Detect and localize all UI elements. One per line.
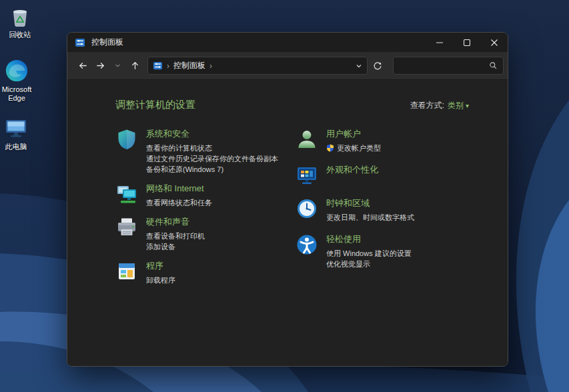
category-title[interactable]: 用户帐户 [326, 129, 381, 139]
desktop: 回收站 Microsoft Edge [0, 0, 569, 392]
category-title[interactable]: 外观和个性化 [326, 165, 378, 175]
search-box [393, 57, 504, 75]
microsoft-edge-desktop-icon[interactable]: Microsoft Edge [0, 59, 38, 103]
category-task-link[interactable]: 查看设备和打印机 [146, 231, 205, 241]
up-button[interactable] [126, 57, 143, 75]
forward-button[interactable] [91, 57, 109, 75]
this-pc-desktop-icon[interactable]: 此电脑 [0, 116, 37, 151]
category-task-link[interactable]: 查看网络状态和任务 [146, 197, 212, 208]
network-icon[interactable] [115, 183, 138, 205]
category-task-link[interactable]: 查看你的计算机状态 [146, 143, 278, 153]
control-panel-window: 控制面板 [67, 32, 508, 367]
category-task-link[interactable]: 更改帐户类型 [326, 143, 381, 153]
recycle-bin-desktop-icon[interactable]: 回收站 [0, 4, 41, 39]
view-by-label: 查看方式: [410, 100, 444, 111]
clock-region-icon[interactable] [296, 197, 318, 220]
close-button[interactable] [480, 33, 508, 52]
address-bar[interactable]: › 控制面板 › [147, 57, 368, 75]
category-programs: 程序 卸载程序 [115, 260, 296, 285]
caption-buttons [426, 33, 508, 52]
category-task-link[interactable]: 优化视觉显示 [326, 259, 412, 269]
category-network-internet: 网络和 Internet 查看网络状态和任务 [115, 183, 296, 208]
category-task-link[interactable]: 备份和还原(Windows 7) [146, 164, 278, 175]
left-column: 系统和安全 查看你的计算机状态 通过文件历史记录保存你的文件备份副本 备份和还原… [115, 128, 296, 293]
window-title: 控制面板 [91, 37, 123, 48]
category-task-link[interactable]: 通过文件历史记录保存你的文件备份副本 [146, 153, 278, 164]
printer-icon[interactable] [115, 216, 138, 239]
recycle-bin-icon [8, 4, 32, 28]
recent-locations-chevron[interactable] [109, 57, 126, 75]
desktop-icon-label: 回收站 [9, 31, 31, 39]
chevron-down-icon: ▾ [466, 102, 469, 109]
breadcrumb-separator: › [167, 61, 169, 71]
category-task-link[interactable]: 使用 Windows 建议的设置 [326, 248, 412, 259]
category-clock-region: 时钟和区域 更改日期、时间或数字格式 [296, 197, 470, 223]
navigation-bar: › 控制面板 › [67, 52, 508, 80]
this-pc-icon [4, 116, 28, 140]
minimize-button[interactable] [426, 33, 453, 52]
category-task-link[interactable]: 卸载程序 [146, 275, 175, 285]
category-ease-of-access: 轻松使用 使用 Windows 建议的设置 优化视觉显示 [296, 233, 470, 269]
desktop-icon-label: 此电脑 [5, 143, 27, 151]
refresh-button[interactable] [368, 57, 388, 75]
category-appearance-personalization: 外观和个性化 [296, 164, 470, 187]
category-title[interactable]: 网络和 Internet [146, 183, 212, 194]
search-input[interactable] [399, 61, 489, 71]
category-system-security: 系统和安全 查看你的计算机状态 通过文件历史记录保存你的文件备份副本 备份和还原… [115, 128, 296, 175]
titlebar[interactable]: 控制面板 [67, 33, 508, 52]
category-hardware-sound: 硬件和声音 查看设备和打印机 添加设备 [115, 216, 296, 252]
personalization-icon[interactable] [296, 164, 318, 187]
security-shield-icon[interactable] [115, 128, 138, 151]
view-by-dropdown[interactable]: 类别 ▾ [448, 100, 469, 111]
category-title[interactable]: 系统和安全 [146, 129, 278, 139]
desktop-icon-label: Microsoft Edge [0, 85, 38, 103]
address-dropdown-chevron[interactable] [356, 63, 362, 69]
breadcrumb-control-panel[interactable]: 控制面板 [173, 60, 205, 71]
category-title[interactable]: 轻松使用 [326, 234, 412, 245]
category-task-link[interactable]: 添加设备 [146, 241, 205, 252]
category-title[interactable]: 硬件和声音 [146, 217, 205, 227]
programs-icon[interactable] [115, 260, 138, 283]
category-columns: 系统和安全 查看你的计算机状态 通过文件历史记录保存你的文件备份副本 备份和还原… [115, 128, 508, 293]
user-accounts-icon[interactable] [296, 128, 318, 151]
category-user-accounts: 用户帐户 [296, 128, 470, 153]
uac-shield-icon [326, 144, 334, 152]
breadcrumb-separator: › [209, 61, 212, 71]
ease-of-access-icon[interactable] [296, 233, 318, 256]
maximize-button[interactable] [453, 33, 480, 52]
category-title[interactable]: 时钟和区域 [326, 198, 414, 209]
category-title[interactable]: 程序 [146, 261, 175, 271]
right-column: 用户帐户 [296, 128, 470, 293]
control-panel-breadcrumb-icon [153, 61, 163, 71]
microsoft-edge-icon [5, 59, 29, 83]
back-button[interactable] [74, 57, 91, 75]
category-task-link[interactable]: 更改日期、时间或数字格式 [326, 212, 414, 223]
view-by-control: 查看方式: 类别 ▾ [410, 100, 469, 111]
search-icon [489, 61, 498, 70]
control-panel-home: 调整计算机的设置 查看方式: 类别 ▾ [67, 80, 508, 366]
control-panel-app-icon [75, 37, 85, 48]
